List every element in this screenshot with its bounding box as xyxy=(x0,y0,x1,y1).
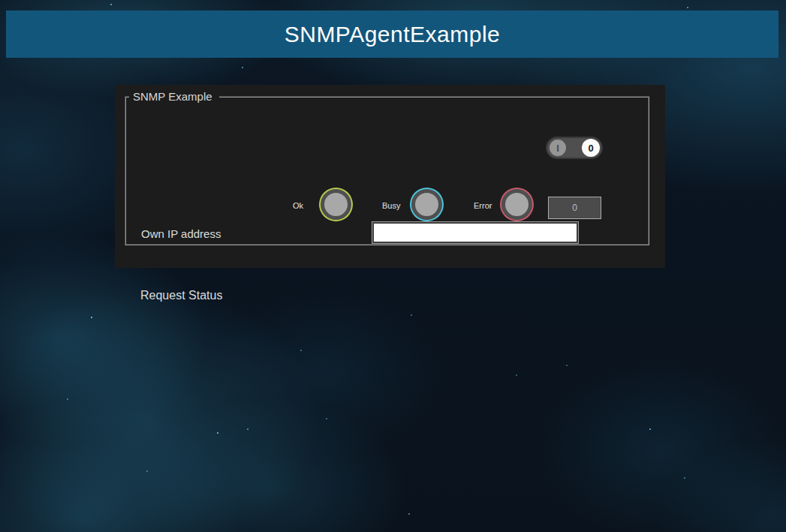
snmp-panel: SNMP Example Own IP address I 0 Request … xyxy=(115,85,665,268)
error-lamp-indicator xyxy=(501,189,532,220)
ok-label: Ok xyxy=(293,201,303,210)
power-toggle[interactable]: I 0 xyxy=(546,137,603,159)
desktop-background: SNMPAgentExample SNMP Example Own IP add… xyxy=(0,0,786,532)
request-status-label: Request Status xyxy=(140,289,222,302)
app-title: SNMPAgentExample xyxy=(285,22,501,47)
toggle-option-o[interactable]: 0 xyxy=(582,139,600,157)
request-counter-value: 0 xyxy=(572,203,577,213)
app-title-bar: SNMPAgentExample xyxy=(6,11,778,58)
request-counter-field[interactable]: 0 xyxy=(548,197,601,219)
own-ip-label: Own IP address xyxy=(141,227,221,240)
own-ip-input[interactable] xyxy=(372,222,578,243)
groupbox-title: SNMP Example xyxy=(129,90,219,103)
busy-label: Busy xyxy=(382,201,400,210)
ok-lamp-indicator xyxy=(321,189,351,220)
error-label: Error xyxy=(474,201,492,210)
toggle-option-i[interactable]: I xyxy=(550,140,566,156)
busy-lamp-indicator xyxy=(411,189,442,220)
